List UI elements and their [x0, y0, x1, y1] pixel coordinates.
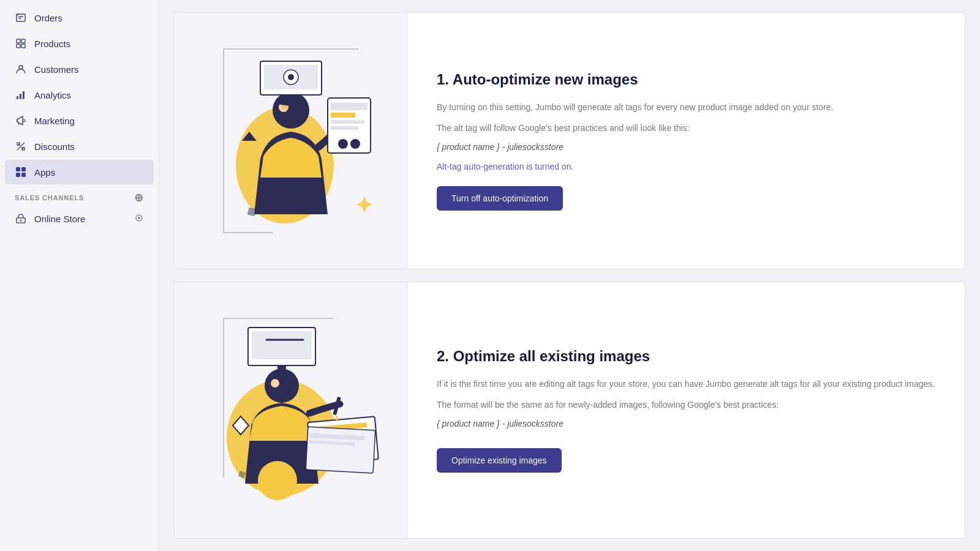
- store-icon: [15, 212, 27, 225]
- auto-optimize-illustration: [175, 13, 407, 269]
- svg-rect-30: [331, 103, 368, 110]
- svg-rect-9: [20, 94, 21, 99]
- optimize-existing-card: 2. Optimize all existing images If it is…: [174, 282, 965, 539]
- sidebar-item-orders-label: Orders: [34, 13, 62, 23]
- sidebar-item-products-label: Products: [34, 39, 70, 49]
- svg-rect-40: [282, 95, 300, 100]
- sidebar-item-analytics[interactable]: Analytics: [5, 83, 154, 107]
- optimize-existing-images-button[interactable]: Optimize existing images: [437, 448, 562, 473]
- svg-point-43: [288, 74, 294, 80]
- sidebar-item-customers-label: Customers: [34, 64, 79, 75]
- sidebar-item-marketing-label: Marketing: [34, 116, 75, 126]
- svg-rect-10: [23, 91, 24, 99]
- sidebar-item-online-store-label: Online Store: [34, 214, 85, 224]
- auto-optimize-format: { product name } - juliesocksstore: [437, 142, 935, 152]
- optimize-existing-content: 2. Optimize all existing images If it is…: [407, 282, 965, 538]
- sales-channels-label: SALES CHANNELS: [15, 194, 84, 201]
- sidebar: Orders Products Customers: [0, 0, 159, 551]
- svg-point-65: [258, 461, 297, 500]
- optimize-existing-format: { product name } - juliesocksstore: [437, 419, 935, 429]
- optimize-existing-desc2: The format will be the same as for newly…: [437, 398, 935, 411]
- svg-point-35: [350, 139, 360, 149]
- optimize-existing-desc1: If it is the first time you are editing …: [437, 377, 935, 391]
- analytics-icon: [15, 89, 27, 101]
- svg-rect-41: [285, 100, 297, 102]
- svg-point-7: [19, 66, 23, 69]
- svg-rect-6: [21, 44, 25, 48]
- svg-rect-15: [21, 167, 26, 171]
- auto-optimize-content: 1. Auto-optimize new images By turning o…: [407, 13, 965, 269]
- svg-point-51: [265, 369, 299, 403]
- sales-channels-section: SALES CHANNELS ⊕: [5, 185, 154, 206]
- turn-off-auto-optimization-button[interactable]: Turn off auto-optimization: [437, 186, 563, 211]
- sidebar-item-customers[interactable]: Customers: [5, 57, 154, 81]
- auto-optimize-title: 1. Auto-optimize new images: [437, 71, 935, 88]
- sidebar-item-products[interactable]: Products: [5, 31, 154, 56]
- apps-icon: [15, 166, 27, 178]
- sidebar-item-apps[interactable]: Apps: [5, 160, 154, 184]
- main-content: 1. Auto-optimize new images By turning o…: [159, 0, 980, 551]
- svg-rect-47: [252, 331, 312, 359]
- svg-point-11: [23, 119, 25, 122]
- orders-icon: [15, 12, 27, 24]
- auto-optimize-card: 1. Auto-optimize new images By turning o…: [174, 12, 965, 269]
- auto-optimize-status: Alt-tag auto-generation is turned on.: [437, 162, 935, 171]
- products-icon: [15, 37, 27, 50]
- sidebar-item-discounts[interactable]: Discounts: [5, 134, 154, 159]
- customers-icon: [15, 63, 27, 75]
- svg-rect-3: [17, 39, 20, 43]
- svg-point-19: [20, 220, 22, 222]
- sidebar-item-discounts-label: Discounts: [34, 141, 75, 152]
- svg-rect-32: [331, 120, 364, 124]
- svg-rect-31: [331, 113, 355, 118]
- sidebar-item-marketing[interactable]: Marketing: [5, 108, 154, 133]
- svg-point-52: [271, 379, 279, 388]
- optimize-existing-illustration: [175, 282, 407, 538]
- discounts-icon: [15, 140, 27, 152]
- sidebar-item-analytics-label: Analytics: [34, 90, 71, 100]
- sidebar-item-orders[interactable]: Orders: [5, 6, 154, 30]
- svg-rect-5: [17, 44, 20, 48]
- online-store-visibility-icon[interactable]: [134, 213, 144, 225]
- auto-optimize-desc1: By turning on this setting, Jumbo will g…: [437, 100, 935, 114]
- svg-rect-8: [17, 96, 18, 99]
- sidebar-item-online-store[interactable]: Online Store: [5, 206, 154, 231]
- svg-point-21: [138, 217, 140, 219]
- svg-rect-4: [21, 39, 25, 43]
- svg-rect-33: [331, 126, 358, 130]
- svg-rect-17: [21, 173, 26, 177]
- auto-optimize-desc2: The alt tag will follow Google's best pr…: [437, 121, 935, 135]
- svg-rect-16: [16, 173, 20, 177]
- svg-point-34: [338, 139, 348, 149]
- marketing-icon: [15, 114, 27, 127]
- sidebar-item-apps-label: Apps: [34, 167, 55, 178]
- optimize-existing-title: 2. Optimize all existing images: [437, 348, 935, 365]
- add-sales-channel-button[interactable]: ⊕: [134, 192, 144, 203]
- svg-rect-14: [16, 167, 20, 171]
